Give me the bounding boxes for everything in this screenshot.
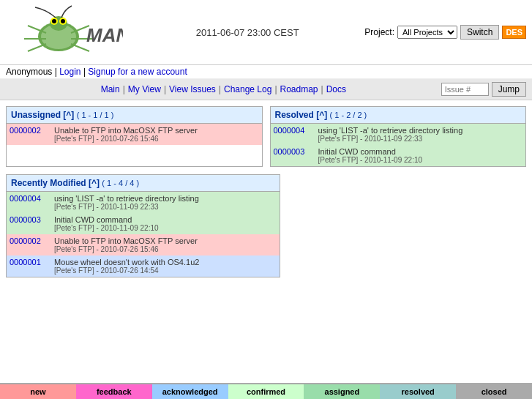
jump-button[interactable]: Jump: [492, 82, 526, 97]
signup-link[interactable]: Signup for a new account: [88, 67, 187, 77]
nav-links: Main | My View | View Issues | Change Lo…: [6, 84, 441, 94]
resolved-issue-1: 0000004 using 'LIST -a' to retrieve dire…: [271, 124, 526, 145]
svg-point-6: [61, 19, 65, 23]
center-header: 2011-06-07 23:00 CEST: [130, 27, 364, 38]
logo-area: MANTIS: [6, 4, 130, 61]
unassigned-panel-header: Unassigned [^] ( 1 - 1 / 1 ): [7, 107, 262, 124]
issue-summary: Unable to FTP into MacOSX FTP server: [54, 126, 198, 135]
issue-summary: Unable to FTP into MacOSX FTP server: [54, 236, 198, 245]
issue-meta: [Pete's FTP] - 2010-07-26 14:54: [54, 266, 199, 275]
issue-summary: Initial CWD command: [54, 215, 159, 224]
issue-search: Jump: [441, 82, 526, 97]
issue-meta: [Pete's FTP] - 2010-11-09 22:33: [318, 135, 463, 143]
issue-id-link[interactable]: 0000002: [10, 126, 50, 135]
project-area: Project: All Projects Switch DES: [364, 25, 526, 40]
project-label: Project:: [364, 27, 394, 37]
issue-detail: Unable to FTP into MacOSX FTP server [Pe…: [54, 236, 198, 253]
navbar: Main | My View | View Issues | Change Lo…: [0, 79, 532, 100]
unassigned-issue-1: 0000002 Unable to FTP into MacOSX FTP se…: [7, 124, 262, 145]
recent-issue-2: 0000003 Initial CWD command [Pete's FTP]…: [7, 213, 280, 234]
recent-issue-4: 0000001 Mouse wheel doesn't work with OS…: [7, 256, 280, 277]
project-select[interactable]: All Projects: [397, 26, 457, 39]
issue-detail: Mouse wheel doesn't work with OS4.1u2 [P…: [54, 258, 199, 275]
nav-main[interactable]: Main: [101, 84, 120, 94]
resolved-issue-2: 0000003 Initial CWD command [Pete's FTP]…: [271, 145, 526, 166]
issue-id-link[interactable]: 0000003: [10, 215, 50, 224]
issue-detail: Unable to FTP into MacOSX FTP server [Pe…: [54, 126, 198, 143]
issue-id-link[interactable]: 0000001: [10, 258, 50, 266]
unassigned-sort[interactable]: Unassigned [^]: [11, 110, 74, 120]
svg-line-9: [28, 44, 46, 51]
nav-myview[interactable]: My View: [128, 84, 161, 94]
issue-summary: using 'LIST -a' to retrieve directory li…: [54, 194, 199, 203]
recent-issue-3: 0000002 Unable to FTP into MacOSX FTP se…: [7, 234, 280, 256]
issue-id-link[interactable]: 0000004: [10, 194, 50, 203]
svg-text:MANTIS: MANTIS: [86, 24, 123, 46]
main-content: Unassigned [^] ( 1 - 1 / 1 ) 0000002 Una…: [0, 100, 532, 283]
resolved-panel: Resolved [^] ( 1 - 2 / 2 ) 0000004 using…: [270, 106, 527, 167]
issue-id-link[interactable]: 0000002: [10, 236, 50, 245]
des-button[interactable]: DES: [502, 26, 526, 39]
switch-button[interactable]: Switch: [460, 25, 499, 40]
issue-id-link[interactable]: 0000003: [274, 147, 314, 156]
issue-summary: Initial CWD command: [318, 147, 423, 156]
issue-meta: [Pete's FTP] - 2010-07-26 15:46: [54, 245, 198, 253]
user-area: Anonymous | Login | Signup for a new acc…: [0, 65, 532, 79]
issue-input[interactable]: [441, 83, 489, 96]
issue-meta: [Pete's FTP] - 2010-11-09 22:10: [54, 224, 159, 232]
unassigned-panel: Unassigned [^] ( 1 - 1 / 1 ) 0000002 Una…: [6, 106, 263, 167]
recently-modified-header: Recently Modified [^] ( 1 - 4 / 4 ): [7, 175, 280, 192]
nav-changelog[interactable]: Change Log: [224, 84, 271, 94]
issue-meta: [Pete's FTP] - 2010-07-26 15:46: [54, 135, 198, 143]
issue-summary: using 'LIST -a' to retrieve directory li…: [318, 126, 463, 135]
recently-modified-sort[interactable]: Recently Modified [^]: [11, 178, 100, 188]
username: Anonymous: [6, 67, 52, 77]
mantis-logo: MANTIS: [6, 4, 123, 59]
resolved-count: ( 1 - 2 / 2 ): [330, 111, 367, 119]
unassigned-count: ( 1 - 1 / 1 ): [77, 111, 114, 119]
recently-modified-count: ( 1 - 4 / 4 ): [102, 179, 139, 187]
resolved-panel-header: Resolved [^] ( 1 - 2 / 2 ): [271, 107, 526, 124]
issue-summary: Mouse wheel doesn't work with OS4.1u2: [54, 258, 199, 266]
issue-detail: Initial CWD command [Pete's FTP] - 2010-…: [54, 215, 159, 232]
issue-detail: using 'LIST -a' to retrieve directory li…: [54, 194, 199, 211]
issue-detail: using 'LIST -a' to retrieve directory li…: [318, 126, 463, 143]
issue-meta: [Pete's FTP] - 2010-11-09 22:33: [54, 203, 199, 211]
login-link[interactable]: Login: [59, 67, 80, 77]
recent-issue-1: 0000004 using 'LIST -a' to retrieve dire…: [7, 192, 280, 213]
nav-roadmap[interactable]: Roadmap: [280, 84, 318, 94]
issue-id-link[interactable]: 0000004: [274, 126, 314, 135]
svg-point-5: [52, 19, 56, 23]
top-panels: Unassigned [^] ( 1 - 1 / 1 ) 0000002 Una…: [6, 106, 526, 167]
issue-detail: Initial CWD command [Pete's FTP] - 2010-…: [318, 147, 423, 164]
issue-meta: [Pete's FTP] - 2010-11-09 22:10: [318, 156, 423, 164]
nav-viewissues[interactable]: View Issues: [169, 84, 216, 94]
nav-docs[interactable]: Docs: [326, 84, 346, 94]
resolved-sort[interactable]: Resolved [^]: [275, 110, 328, 120]
recently-modified-panel: Recently Modified [^] ( 1 - 4 / 4 ) 0000…: [6, 174, 280, 277]
